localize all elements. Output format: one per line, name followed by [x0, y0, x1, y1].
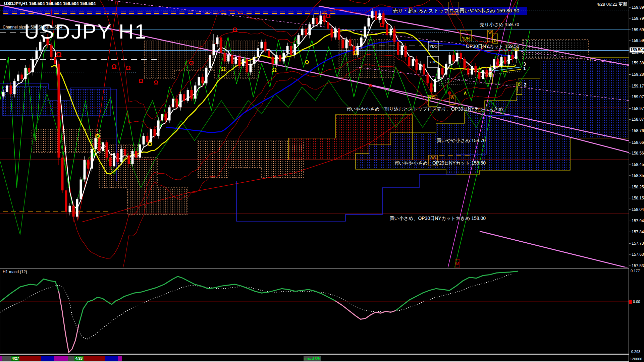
- svg-text:159.280: 159.280: [632, 72, 644, 77]
- svg-text:2: 2: [524, 82, 527, 87]
- svg-text:Ω: Ω: [305, 59, 309, 66]
- svg-text:158.870: 158.870: [632, 117, 644, 122]
- ichimoku-clouds: [3, 40, 629, 215]
- svg-text:Ω: Ω: [325, 12, 330, 19]
- svg-text:4/28: 4/28: [75, 356, 83, 360]
- last-updated-timestamp: 4/28 06:22 更新: [597, 1, 627, 7]
- price-axis[interactable]: 159.895159.795159.690159.590159.485159.3…: [629, 0, 644, 362]
- svg-text:4/27: 4/27: [12, 356, 19, 360]
- svg-text:159.175: 159.175: [632, 84, 644, 88]
- svg-text:159.075: 159.075: [632, 95, 644, 99]
- svg-text:158.660: 158.660: [632, 140, 644, 145]
- svg-text:YDL: YDL: [429, 96, 436, 100]
- svg-text:158.355: 158.355: [632, 173, 644, 178]
- svg-text:OP30日NYカット 159.50: OP30日NYカット 159.50: [466, 44, 519, 49]
- svg-text:Ω: Ω: [353, 50, 358, 56]
- svg-text:158.970: 158.970: [632, 106, 644, 111]
- svg-text:157.635: 157.635: [632, 252, 644, 257]
- svg-text:Ω: Ω: [189, 60, 194, 67]
- chart-watermark: USDJPY H1: [24, 19, 147, 43]
- svg-text:158.150: 158.150: [632, 196, 644, 200]
- macd-pane[interactable]: 0.1770.00-0.293: [0, 268, 640, 354]
- channel-info-label: Channel size = 590 Slope = -5.24: [3, 25, 62, 29]
- svg-text:Ω: Ω: [154, 79, 158, 86]
- svg-text:Ω: Ω: [379, 22, 384, 28]
- svg-text:157.530: 157.530: [632, 263, 644, 268]
- svg-text:159.690: 159.690: [632, 27, 644, 32]
- svg-text:W: W: [451, 96, 454, 100]
- svg-text:LWL: LWL: [429, 156, 437, 160]
- svg-text:Ω: Ω: [56, 50, 62, 59]
- svg-text:158.560: 158.560: [632, 151, 644, 156]
- svg-text:買いやや小さめ、OP29日NYカット 158.50: 買いやや小さめ、OP29日NYカット 158.50: [394, 160, 486, 166]
- svg-text:159.795: 159.795: [632, 16, 644, 21]
- trading-chart-window: ΩΩΩΩΩΩΩΩΩΩΩΩΩΩΩΩΩ∧⊗⊗LWHYDHWDYDOYDCDDYDLW…: [0, 0, 644, 362]
- svg-text:Ω: Ω: [148, 141, 152, 147]
- svg-text:Ω: Ω: [232, 26, 237, 33]
- svg-text:Ω: Ω: [111, 63, 116, 70]
- svg-text:159.504: 159.504: [630, 48, 644, 52]
- svg-text:YDO: YDO: [430, 44, 438, 48]
- svg-text:1: 1: [523, 66, 526, 71]
- svg-text:159.590: 159.590: [632, 38, 644, 43]
- svg-text:-0.293: -0.293: [630, 350, 640, 354]
- svg-text:157.940: 157.940: [632, 219, 644, 223]
- svg-text:W: W: [488, 31, 492, 35]
- price-chart[interactable]: ΩΩΩΩΩΩΩΩΩΩΩΩΩΩΩΩΩ∧⊗⊗LWHYDHWDYDOYDCDDYDLW…: [0, 0, 644, 362]
- svg-text:Ω: Ω: [95, 133, 100, 140]
- timeline-strip[interactable]: 4/274/28macd ON120000: [0, 355, 642, 362]
- symbol-title: USDJPY,H1 159.504 159.504 159.504 159.50…: [4, 1, 96, 6]
- svg-text:0.00: 0.00: [633, 300, 640, 304]
- svg-text:D: D: [518, 82, 521, 86]
- svg-text:D: D: [488, 73, 491, 77]
- macd-indicator-label: H1 macd (12): [3, 269, 27, 274]
- svg-text:158.045: 158.045: [632, 207, 644, 212]
- svg-text:158.250: 158.250: [632, 185, 644, 189]
- svg-text:YDH: YDH: [462, 36, 470, 40]
- svg-text:Ω: Ω: [272, 67, 277, 73]
- svg-text:157.840: 157.840: [632, 230, 644, 234]
- svg-text:Ω: Ω: [125, 64, 130, 71]
- svg-text:macd ON: macd ON: [304, 356, 320, 360]
- main-chart-pane[interactable]: ΩΩΩΩΩΩΩΩΩΩΩΩΩΩΩΩΩ∧⊗⊗LWHYDHWDYDOYDCDDYDLW…: [0, 0, 629, 314]
- svg-text:Ω: Ω: [221, 66, 226, 72]
- svg-text:159.895: 159.895: [632, 5, 644, 10]
- svg-text:0.177: 0.177: [631, 269, 640, 273]
- svg-text:買いやや小さめ 158.70: 買いやや小さめ 158.70: [437, 138, 486, 143]
- svg-text:買いやや小さめ・割り込むとストップロス売り、OP30日NYカ: 買いやや小さめ・割り込むとストップロス売り、OP30日NYカット大きめ: [346, 106, 503, 112]
- svg-text:売り小さめ 159.70: 売り小さめ 159.70: [480, 22, 519, 27]
- svg-text:売り・超えるとストップロス買いやや小さめ 159.80-90: 売り・超えるとストップロス買いやや小さめ 159.80-90: [393, 8, 519, 13]
- svg-text:Ω: Ω: [139, 78, 143, 84]
- svg-text:158.455: 158.455: [632, 162, 644, 167]
- svg-text:157.735: 157.735: [632, 241, 644, 246]
- svg-text:M: M: [456, 261, 459, 265]
- svg-text:159.385: 159.385: [632, 61, 644, 65]
- svg-text:∧: ∧: [464, 90, 467, 96]
- svg-text:買い小さめ、OP30日NYカット大きめ 158.00: 買い小さめ、OP30日NYカット大きめ 158.00: [389, 216, 486, 221]
- svg-text:⊗: ⊗: [447, 90, 451, 96]
- svg-text:120000: 120000: [630, 357, 642, 361]
- svg-text:158.765: 158.765: [632, 128, 644, 133]
- svg-text:D: D: [494, 39, 497, 43]
- svg-text:YDC: YDC: [429, 60, 437, 64]
- svg-text:⊗: ⊗: [368, 83, 372, 88]
